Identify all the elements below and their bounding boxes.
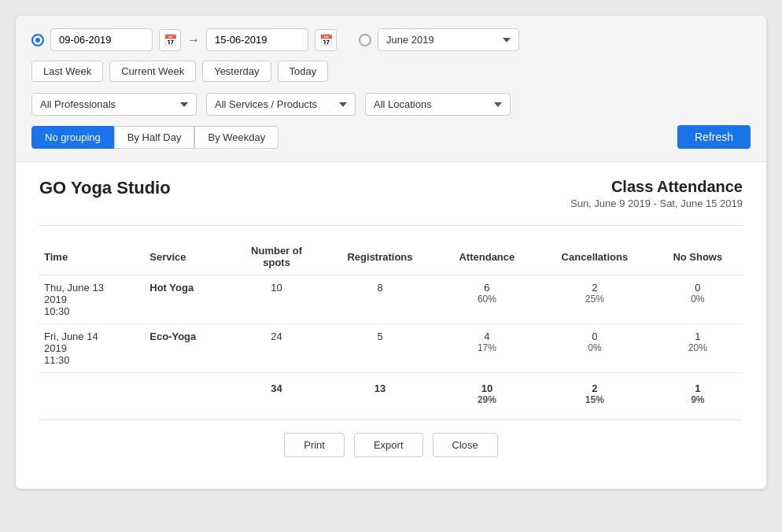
studio-name: GO Yoga Studio [39, 178, 171, 198]
row2-cancellations: 0 0% [537, 324, 652, 373]
month-select-wrap: June 2019July 2019May 2019 [359, 28, 519, 51]
total-cancellations: 2 15% [537, 373, 652, 412]
row2-time: Fri, June 14 2019 11:30 [39, 324, 145, 373]
date-range-radio[interactable] [31, 34, 44, 46]
report-title: Class Attendance [570, 178, 743, 196]
by-half-day-button[interactable]: By Half Day [114, 126, 195, 149]
row2-spots: 24 [231, 324, 323, 373]
yesterday-button[interactable]: Yesterday [202, 61, 271, 82]
footer-buttons: Print Export Close [39, 419, 743, 473]
export-button[interactable]: Export [354, 433, 423, 457]
totals-row: 34 13 10 29% 2 15% 1 9% [39, 373, 743, 412]
col-service: Service [145, 238, 230, 275]
row1-spots: 10 [231, 275, 323, 324]
row1-attendance: 6 60% [437, 275, 537, 324]
filter-panel: 📅 → 📅 June 2019July 2019May 2019 Last We… [16, 16, 766, 162]
month-select[interactable]: June 2019July 2019May 2019 [378, 28, 519, 51]
col-attendance: Attendance [437, 238, 537, 275]
last-week-button[interactable]: Last Week [31, 61, 103, 82]
by-weekday-button[interactable]: By Weekday [194, 126, 278, 149]
row2-service: Eco-Yoga [145, 324, 230, 373]
row1-cancellations: 2 25% [537, 275, 652, 324]
today-button[interactable]: Today [278, 61, 329, 82]
month-radio[interactable] [359, 34, 371, 46]
professionals-select[interactable]: All Professionals [31, 93, 197, 116]
row2-registrations: 5 [323, 324, 437, 373]
no-grouping-button[interactable]: No grouping [31, 126, 114, 149]
col-registrations: Registrations [323, 238, 437, 275]
report-date-range: Sun, June 9 2019 - Sat, June 15 2019 [570, 198, 743, 209]
col-time: Time [39, 238, 145, 275]
total-no-shows: 1 9% [653, 373, 743, 412]
close-button[interactable]: Close [433, 433, 498, 457]
total-label-time [39, 373, 145, 412]
date-range-arrow-icon: → [187, 33, 200, 47]
date-to-calendar-icon[interactable]: 📅 [315, 29, 337, 51]
row2-no-shows: 1 20% [653, 324, 743, 373]
report-content: GO Yoga Studio Class Attendance Sun, Jun… [16, 162, 766, 489]
row1-registrations: 8 [323, 275, 437, 324]
print-button[interactable]: Print [284, 433, 345, 457]
total-attendance: 10 29% [437, 373, 537, 412]
grouping-buttons: No grouping By Half Day By Weekday [31, 126, 278, 149]
date-from-input[interactable] [50, 28, 153, 51]
col-cancellations: Cancellations [537, 238, 652, 275]
row1-time: Thu, June 13 2019 10:30 [39, 275, 145, 324]
filter-dropdowns-row: All Professionals All Services / Product… [31, 93, 751, 116]
report-title-block: Class Attendance Sun, June 9 2019 - Sat,… [570, 178, 743, 209]
services-select[interactable]: All Services / Products [206, 93, 356, 116]
report-header: GO Yoga Studio Class Attendance Sun, Jun… [39, 178, 743, 209]
table-row: Fri, June 14 2019 11:30 Eco-Yoga 24 5 4 … [39, 324, 743, 373]
col-no-shows: No Shows [653, 238, 743, 275]
date-range-row: 📅 → 📅 June 2019July 2019May 2019 [31, 28, 751, 51]
locations-select[interactable]: All Locations [365, 93, 511, 116]
row1-service: Hot Yoga [145, 275, 230, 324]
table-row: Thu, June 13 2019 10:30 Hot Yoga 10 8 6 … [39, 275, 743, 324]
date-to-input[interactable] [206, 28, 308, 51]
row2-attendance: 4 17% [437, 324, 537, 373]
table-header-row: Time Service Number of spots Registratio… [39, 238, 743, 275]
attendance-table: Time Service Number of spots Registratio… [39, 238, 743, 412]
current-week-button[interactable]: Current Week [109, 61, 196, 82]
date-from-calendar-icon[interactable]: 📅 [159, 29, 181, 51]
grouping-refresh-row: No grouping By Half Day By Weekday Refre… [31, 125, 751, 149]
main-container: 📅 → 📅 June 2019July 2019May 2019 Last We… [16, 16, 766, 489]
refresh-button[interactable]: Refresh [677, 125, 751, 149]
total-label-service [145, 373, 230, 412]
total-spots: 34 [231, 373, 323, 412]
row1-no-shows: 0 0% [653, 275, 743, 324]
divider [39, 225, 743, 226]
quick-date-buttons: Last Week Current Week Yesterday Today [31, 61, 751, 82]
total-registrations: 13 [323, 373, 437, 412]
col-spots: Number of spots [231, 238, 323, 275]
